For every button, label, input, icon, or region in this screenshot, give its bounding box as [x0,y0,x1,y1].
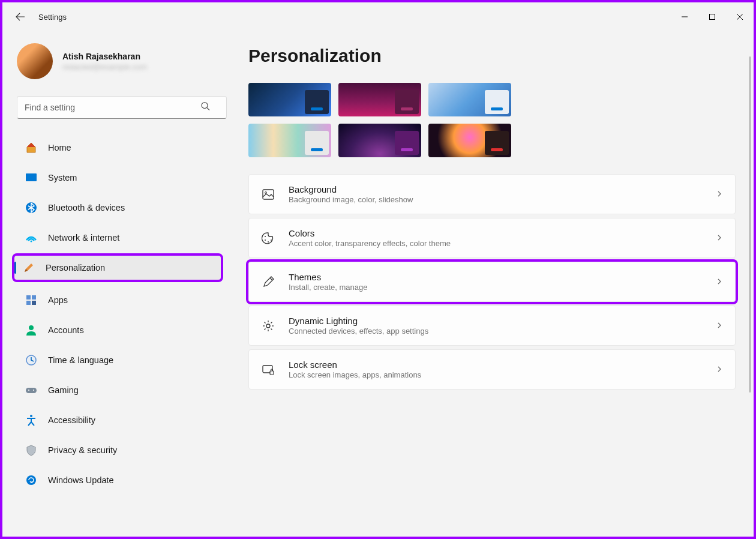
setting-card-dynamic-lighting[interactable]: Dynamic Lighting Connected devices, effe… [248,306,736,346]
svg-rect-6 [32,295,36,300]
setting-card-colors[interactable]: Colors Accent color, transparency effect… [248,218,736,258]
svg-point-17 [265,191,267,193]
colors-icon [261,231,275,245]
time-icon [25,354,37,366]
svg-rect-8 [32,301,36,305]
minimize-button[interactable] [671,7,698,26]
arrow-left-icon [16,12,25,22]
setting-title: Dynamic Lighting [289,316,703,326]
svg-point-12 [28,390,29,391]
svg-rect-11 [26,388,37,393]
titlebar: Settings [2,2,754,31]
minimize-icon [682,14,688,20]
nav-item-time[interactable]: Time & language [17,348,218,372]
main-content: Personalization Background Background im… [228,31,754,537]
page-title: Personalization [248,46,736,66]
nav-item-gaming[interactable]: Gaming [17,378,218,402]
svg-point-9 [29,325,34,330]
nav-label: Gaming [48,385,79,395]
nav-label: System [48,173,77,182]
themes-icon [261,275,275,289]
setting-card-background[interactable]: Background Background image, color, slid… [248,174,736,214]
nav-label: Home [48,143,71,152]
accessibility-icon [25,414,37,426]
svg-point-20 [268,241,269,242]
svg-point-21 [271,239,272,241]
nav-item-privacy[interactable]: Privacy & security [17,438,218,462]
close-icon [737,14,743,20]
theme-thumbnail-4[interactable] [338,124,421,157]
svg-point-22 [266,324,270,328]
settings-list: Background Background image, color, slid… [248,174,736,402]
setting-desc: Lock screen images, apps, animations [289,370,703,379]
nav-item-network[interactable]: Network & internet [17,226,218,250]
theme-thumbnail-3[interactable] [248,124,331,157]
maximize-icon [709,14,715,20]
setting-title: Themes [289,272,703,282]
user-email: redacted@example.com [62,62,147,71]
scrollbar[interactable] [749,56,751,393]
nav-label: Apps [48,295,68,305]
app-title: Settings [38,13,67,22]
bluetooth-icon [25,202,37,214]
nav-item-accounts[interactable]: Accounts [17,318,218,342]
user-name: Atish Rajasekharan [62,52,147,61]
theme-thumbnail-2[interactable] [428,83,511,116]
nav-label: Privacy & security [48,445,117,455]
gaming-icon [25,384,37,396]
apps-icon [25,294,37,306]
nav-label: Accounts [48,325,84,335]
nav-label: Windows Update [48,475,114,485]
setting-card-themes[interactable]: Themes Install, create, manage [248,262,736,302]
nav-label: Network & internet [48,233,119,242]
svg-rect-0 [710,14,715,20]
nav-item-accessibility[interactable]: Accessibility [17,408,218,432]
user-section[interactable]: Atish Rajasekharan redacted@example.com [17,43,218,79]
search-box [17,96,218,119]
search-icon [201,102,210,113]
setting-text: Themes Install, create, manage [289,272,703,292]
update-icon [25,474,37,486]
setting-card-lock-screen[interactable]: Lock screen Lock screen images, apps, an… [248,349,736,390]
svg-point-13 [33,390,34,391]
setting-text: Dynamic Lighting Connected devices, effe… [289,316,703,336]
setting-title: Colors [289,228,703,238]
svg-rect-7 [26,301,31,305]
setting-desc: Background image, color, slideshow [289,195,703,204]
setting-text: Background Background image, color, slid… [289,184,703,204]
theme-thumbnail-5[interactable] [428,124,511,157]
theme-thumbnail-1[interactable] [338,83,421,116]
theme-grid [248,83,736,157]
chevron-right-icon [716,364,723,375]
setting-title: Lock screen [289,360,703,370]
svg-point-1 [202,103,208,109]
maximize-button[interactable] [698,7,726,26]
back-button[interactable] [14,11,26,23]
chevron-right-icon [716,321,723,331]
lock-screen-icon [261,363,275,377]
search-input[interactable] [17,96,227,119]
close-button[interactable] [726,7,754,26]
personalization-icon [23,262,35,274]
nav-label: Accessibility [48,415,95,425]
setting-text: Colors Accent color, transparency effect… [289,228,703,248]
nav-item-personalization[interactable]: Personalization [14,256,221,280]
nav-item-bluetooth[interactable]: Bluetooth & devices [17,196,218,220]
background-icon [261,187,275,202]
privacy-icon [25,444,37,456]
nav-item-system[interactable]: System [17,166,218,190]
network-icon [25,232,37,244]
chevron-right-icon [716,233,723,244]
theme-thumbnail-0[interactable] [248,83,331,116]
home-icon [25,142,37,154]
nav-label: Personalization [46,263,105,273]
nav-label: Time & language [48,355,113,365]
setting-title: Background [289,184,703,194]
svg-point-15 [26,475,36,485]
nav-item-update[interactable]: Windows Update [17,468,218,492]
svg-point-4 [31,241,32,242]
svg-point-18 [265,236,266,237]
nav-item-home[interactable]: Home [17,136,218,160]
svg-rect-2 [26,173,37,181]
nav-item-apps[interactable]: Apps [17,288,218,312]
